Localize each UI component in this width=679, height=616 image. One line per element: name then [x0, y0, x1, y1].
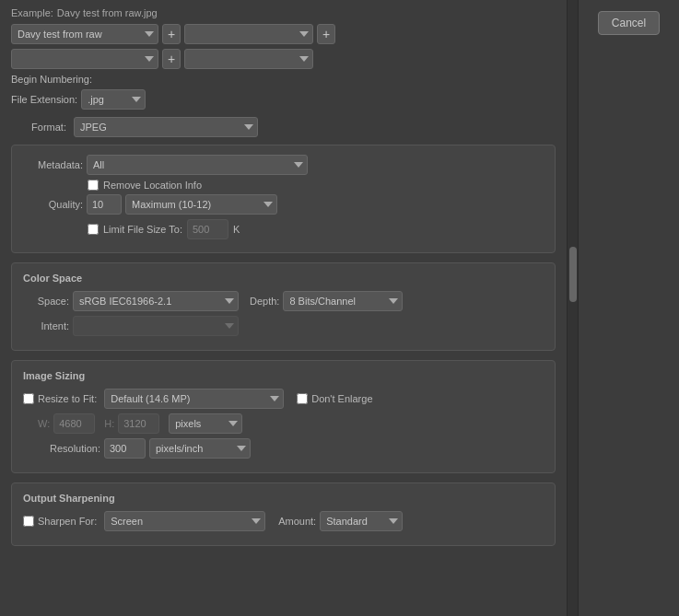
sharpen-label: Sharpen For:	[38, 516, 97, 527]
w-label: W:	[38, 418, 50, 429]
filename-add-1b[interactable]: +	[317, 24, 335, 44]
metadata-section: Metadata: All None Copyright Only Remove…	[11, 145, 556, 253]
quality-input[interactable]	[87, 194, 122, 215]
format-label: Format:	[11, 122, 66, 133]
filename-add-2a[interactable]: +	[162, 49, 181, 69]
main-panel: Example: Davy test from raw.jpg Davy tes…	[0, 0, 567, 616]
sharpen-row: Sharpen For: Screen Matte Paper Glossy P…	[23, 511, 544, 531]
filename-add-1a[interactable]: +	[162, 24, 181, 44]
output-sharpening-section: Output Sharpening Sharpen For: Screen Ma…	[11, 482, 556, 546]
metadata-label: Metadata:	[23, 159, 83, 170]
sharpen-select[interactable]: Screen Matte Paper Glossy Paper	[104, 511, 265, 531]
amount-label: Amount:	[278, 516, 316, 527]
resize-select[interactable]: Default (14.6 MP) Long Edge Short Edge W…	[104, 389, 284, 409]
amount-select[interactable]: Standard Low High	[320, 511, 403, 531]
format-select[interactable]: JPEG PNG TIFF	[74, 117, 258, 137]
right-panel: Cancel	[578, 0, 679, 616]
format-row: Format: JPEG PNG TIFF	[11, 117, 556, 137]
file-extension-row: File Extension: .jpg .jpeg .JPG	[11, 89, 556, 110]
quality-row: Quality: Maximum (10-12) High (7-9) Medi…	[23, 194, 544, 215]
metadata-select[interactable]: All None Copyright Only	[87, 155, 308, 175]
w-input[interactable]	[53, 413, 95, 434]
remove-location-label: Remove Location Info	[103, 180, 202, 191]
depth-label: Depth:	[250, 296, 279, 307]
h-label: H:	[104, 418, 114, 429]
depth-select[interactable]: 8 Bits/Channel 16 Bits/Channel	[283, 291, 403, 311]
dont-enlarge-label: Don't Enlarge	[311, 393, 372, 404]
limit-file-size-checkbox[interactable]	[88, 224, 99, 235]
resolution-input[interactable]	[104, 438, 146, 459]
file-extension-label: File Extension:	[11, 94, 77, 105]
limit-file-size-unit: K	[233, 224, 240, 235]
remove-location-checkbox[interactable]	[88, 180, 99, 191]
quality-description-select[interactable]: Maximum (10-12) High (7-9) Medium (5-6)	[125, 194, 277, 215]
metadata-row: Metadata: All None Copyright Only	[23, 155, 544, 175]
resolution-units-select[interactable]: pixels/inch pixels/cm	[149, 438, 251, 459]
quality-label: Quality:	[23, 199, 83, 210]
begin-numbering-row: Begin Numbering:	[11, 74, 556, 85]
filename-select-1a[interactable]: Davy test from raw	[11, 24, 158, 44]
limit-file-size-label: Limit File Size To:	[103, 224, 182, 235]
color-space-section: Color Space Space: sRGB IEC61966-2.1 Ado…	[11, 262, 556, 351]
resolution-label: Resolution:	[38, 443, 100, 454]
space-select[interactable]: sRGB IEC61966-2.1 Adobe RGB ProPhoto RGB	[73, 291, 239, 311]
resize-label: Resize to Fit:	[38, 393, 97, 404]
dont-enlarge-checkbox[interactable]	[297, 393, 308, 404]
cancel-button[interactable]: Cancel	[598, 11, 660, 35]
remove-location-row: Remove Location Info	[88, 180, 544, 191]
image-sizing-title: Image Sizing	[23, 370, 544, 381]
intent-select[interactable]	[73, 316, 239, 336]
filename-row-2: +	[11, 49, 556, 69]
color-space-title: Color Space	[23, 273, 544, 284]
filename-select-2a[interactable]	[11, 49, 158, 69]
sharpen-checkbox[interactable]	[23, 516, 34, 527]
image-sizing-section: Image Sizing Resize to Fit: Default (14.…	[11, 360, 556, 473]
filename-row-1: Davy test from raw + +	[11, 24, 556, 44]
intent-label: Intent:	[23, 320, 69, 331]
resize-row: Resize to Fit: Default (14.6 MP) Long Ed…	[23, 389, 544, 409]
scrollbar-thumb[interactable]	[569, 247, 577, 302]
units-select[interactable]: pixels in cm mm	[169, 413, 242, 434]
example-label: Example:	[11, 7, 53, 18]
output-sharpening-title: Output Sharpening	[23, 493, 544, 504]
filename-select-2b[interactable]	[184, 49, 313, 69]
resize-checkbox[interactable]	[23, 393, 34, 404]
example-row: Example: Davy test from raw.jpg	[11, 7, 556, 18]
file-extension-select[interactable]: .jpg .jpeg .JPG	[81, 89, 146, 110]
limit-file-size-row: Limit File Size To: K	[88, 219, 544, 239]
space-label: Space:	[23, 296, 69, 307]
example-value: Davy test from raw.jpg	[57, 7, 158, 18]
begin-numbering-label: Begin Numbering:	[11, 74, 92, 85]
h-input[interactable]	[118, 413, 159, 434]
intent-row: Intent:	[23, 316, 544, 336]
resolution-row: Resolution: pixels/inch pixels/cm	[38, 438, 544, 459]
color-space-row: Space: sRGB IEC61966-2.1 Adobe RGB ProPh…	[23, 291, 544, 311]
limit-file-size-input[interactable]	[187, 219, 228, 239]
scrollbar-track[interactable]	[567, 0, 578, 616]
filename-select-1b[interactable]	[184, 24, 313, 44]
dimensions-row: W: H: pixels in cm mm	[38, 413, 544, 434]
